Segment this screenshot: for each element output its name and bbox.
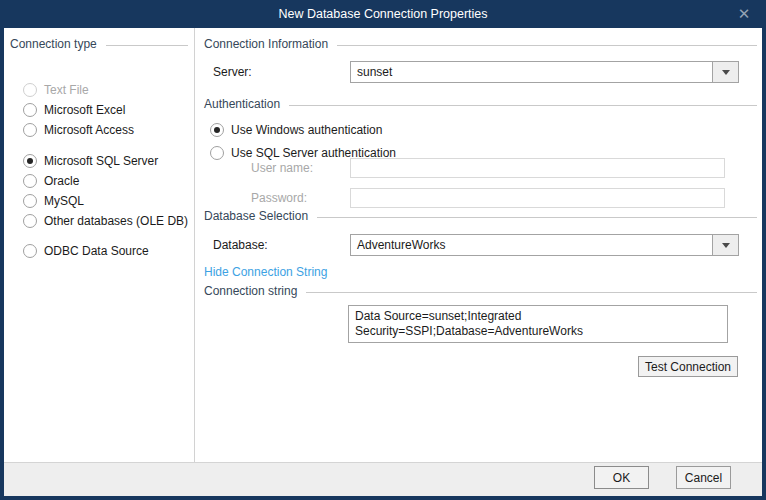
radio-icon bbox=[23, 174, 37, 188]
radio-oracle[interactable]: Oracle bbox=[23, 173, 79, 189]
database-selection-header-label: Database Selection bbox=[204, 209, 308, 224]
radio-label: Oracle bbox=[44, 174, 79, 188]
connection-information-header-label: Connection Information bbox=[204, 37, 328, 52]
radio-label: Other databases (OLE DB) bbox=[44, 214, 188, 228]
radio-icon bbox=[23, 244, 37, 258]
database-label: Database: bbox=[213, 238, 268, 252]
server-label: Server: bbox=[213, 65, 252, 79]
connection-information-header: Connection Information bbox=[204, 37, 757, 52]
radio-label: ODBC Data Source bbox=[44, 244, 149, 258]
header-rule bbox=[337, 45, 757, 46]
password-field[interactable] bbox=[350, 188, 725, 208]
chevron-down-icon bbox=[722, 243, 730, 248]
radio-icon-checked bbox=[23, 154, 37, 168]
radio-label: MySQL bbox=[44, 194, 84, 208]
title-bar: New Database Connection Properties bbox=[0, 0, 766, 28]
new-database-connection-dialog: New Database Connection Properties ✕ Con… bbox=[0, 0, 766, 500]
radio-other-databases-oledb[interactable]: Other databases (OLE DB) bbox=[23, 213, 188, 229]
radio-microsoft-sql-server[interactable]: Microsoft SQL Server bbox=[23, 153, 158, 169]
password-label: Password: bbox=[251, 191, 307, 205]
panel-divider bbox=[194, 28, 195, 462]
connection-type-header-label: Connection type bbox=[10, 37, 97, 52]
header-rule bbox=[289, 105, 757, 106]
connection-string-header-label: Connection string bbox=[204, 284, 297, 299]
cancel-button[interactable]: Cancel bbox=[676, 466, 731, 489]
close-button[interactable]: ✕ bbox=[728, 0, 760, 28]
radio-icon-checked bbox=[210, 123, 224, 137]
database-combobox[interactable]: AdventureWorks bbox=[350, 234, 739, 256]
radio-mysql[interactable]: MySQL bbox=[23, 193, 84, 209]
server-combobox[interactable]: sunset bbox=[350, 61, 739, 83]
header-rule bbox=[317, 217, 757, 218]
database-selection-header: Database Selection bbox=[204, 209, 757, 224]
radio-windows-authentication[interactable]: Use Windows authentication bbox=[210, 122, 382, 138]
connection-type-header: Connection type bbox=[10, 37, 188, 52]
chevron-down-icon bbox=[722, 70, 730, 75]
authentication-header: Authentication bbox=[204, 97, 757, 112]
radio-label: Text File bbox=[44, 83, 89, 97]
server-combobox-value: sunset bbox=[351, 62, 712, 82]
ok-button[interactable]: OK bbox=[594, 466, 649, 489]
close-icon: ✕ bbox=[738, 5, 751, 23]
radio-icon bbox=[23, 194, 37, 208]
radio-microsoft-excel[interactable]: Microsoft Excel bbox=[23, 102, 125, 118]
radio-microsoft-access[interactable]: Microsoft Access bbox=[23, 122, 134, 138]
radio-icon bbox=[23, 83, 37, 97]
user-name-field[interactable] bbox=[350, 158, 725, 178]
header-rule bbox=[306, 292, 757, 293]
database-combobox-value: AdventureWorks bbox=[351, 235, 712, 255]
header-rule bbox=[106, 45, 188, 46]
radio-label: Microsoft SQL Server bbox=[44, 154, 158, 168]
radio-icon bbox=[210, 146, 224, 160]
connection-string-textbox[interactable]: Data Source=sunset;Integrated Security=S… bbox=[348, 305, 728, 343]
radio-label: Use Windows authentication bbox=[231, 123, 382, 137]
server-dropdown-button[interactable] bbox=[712, 62, 738, 82]
radio-icon bbox=[23, 103, 37, 117]
test-connection-button[interactable]: Test Connection bbox=[638, 356, 738, 377]
database-dropdown-button[interactable] bbox=[712, 235, 738, 255]
radio-icon bbox=[23, 214, 37, 228]
radio-odbc-data-source[interactable]: ODBC Data Source bbox=[23, 243, 149, 259]
radio-label: Microsoft Access bbox=[44, 123, 134, 137]
radio-icon bbox=[23, 123, 37, 137]
authentication-header-label: Authentication bbox=[204, 97, 280, 112]
radio-label: Microsoft Excel bbox=[44, 103, 125, 117]
radio-text-file[interactable]: Text File bbox=[23, 82, 89, 98]
connection-string-header: Connection string bbox=[204, 284, 757, 299]
user-name-label: User name: bbox=[251, 161, 313, 175]
hide-connection-string-link[interactable]: Hide Connection String bbox=[204, 265, 327, 280]
dialog-title: New Database Connection Properties bbox=[278, 7, 487, 21]
